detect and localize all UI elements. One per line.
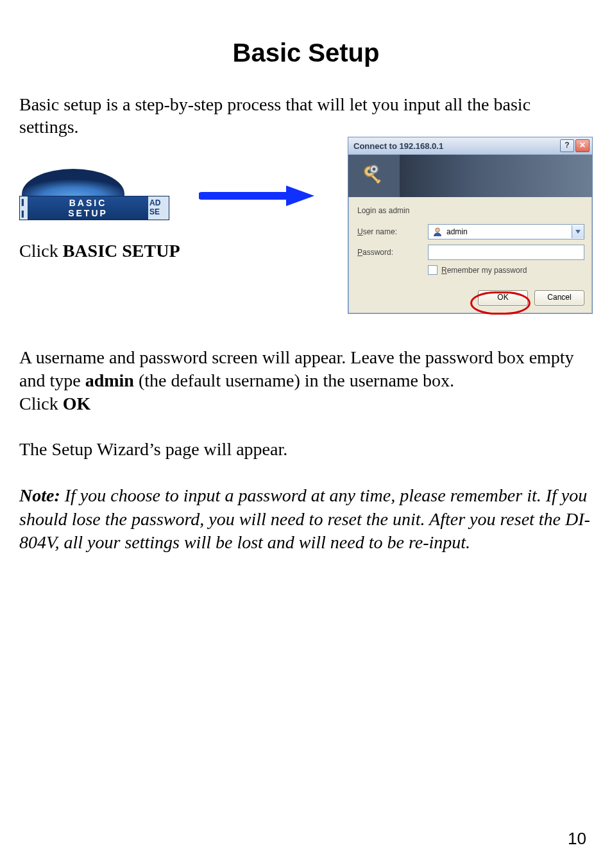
user-icon xyxy=(432,227,443,237)
arrow-icon xyxy=(199,183,314,211)
cancel-button[interactable]: Cancel xyxy=(534,290,584,306)
svg-marker-9 xyxy=(575,230,581,234)
tab-right-fragment: AD SE xyxy=(148,196,169,220)
username-value: admin xyxy=(446,227,572,236)
login-prompt: Login as admin xyxy=(357,206,584,215)
note-paragraph: Note: If you choose to input a password … xyxy=(19,484,593,554)
wizard-paragraph: The Setup Wizard’s page will appear. xyxy=(19,438,593,461)
dialog-title: Connect to 192.168.0.1 xyxy=(353,141,559,151)
remember-password-checkbox[interactable] xyxy=(428,265,438,275)
svg-point-8 xyxy=(436,228,439,232)
tab-line-2: SETUP xyxy=(28,208,148,218)
password-input[interactable] xyxy=(428,245,584,260)
intro-paragraph: Basic setup is a step-by-step process th… xyxy=(19,93,593,138)
username-combo[interactable]: admin xyxy=(428,224,584,239)
keys-icon xyxy=(361,162,387,189)
page-number: 10 xyxy=(568,829,586,849)
tab-left-edge: ▌▌ xyxy=(20,196,28,220)
page-title: Basic Setup xyxy=(19,39,593,67)
dialog-titlebar: Connect to 192.168.0.1 ? ✕ xyxy=(348,137,592,155)
dialog-banner xyxy=(348,155,592,197)
svg-marker-1 xyxy=(286,186,314,206)
login-dialog: Connect to 192.168.0.1 ? ✕ xyxy=(348,137,593,314)
decorative-arc xyxy=(22,169,124,197)
instructions-paragraph: A username and password screen will appe… xyxy=(19,346,593,415)
ok-button[interactable]: OK xyxy=(478,290,528,306)
click-basic-setup-text: Click BASIC SETUP xyxy=(19,241,321,261)
svg-point-7 xyxy=(373,168,376,171)
username-label: User name: xyxy=(357,227,428,236)
help-button[interactable]: ? xyxy=(560,139,574,152)
remember-password-label: Remember my password xyxy=(441,266,527,275)
basic-setup-tab-graphic: ▌▌ BASIC SETUP AD SE xyxy=(19,169,173,233)
chevron-down-icon[interactable] xyxy=(572,225,584,238)
tab-line-1: BASIC xyxy=(28,198,148,208)
password-label: Password: xyxy=(357,248,428,257)
close-button[interactable]: ✕ xyxy=(575,139,590,152)
basic-setup-tab-label: BASIC SETUP xyxy=(28,196,148,220)
